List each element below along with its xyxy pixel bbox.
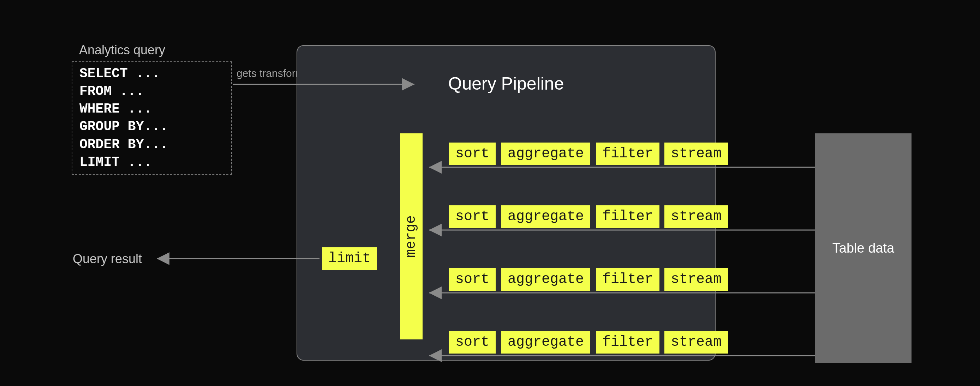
table-data-block: Table data (815, 133, 912, 363)
op-limit: limit (322, 247, 377, 270)
op-sort-0: sort (449, 143, 496, 165)
op-filter-0: filter (596, 143, 659, 165)
op-filter-1: filter (596, 205, 659, 228)
analytics-query-code: SELECT ... FROM ... WHERE ... GROUP BY..… (80, 65, 224, 171)
op-stream-3: stream (664, 331, 728, 354)
op-filter-3: filter (596, 331, 659, 354)
query-pipeline-title: Query Pipeline (297, 73, 715, 94)
op-aggregate-1: aggregate (501, 205, 590, 228)
op-filter-2: filter (596, 268, 659, 291)
op-sort-1: sort (449, 205, 496, 228)
op-sort-3: sort (449, 331, 496, 354)
table-data-label: Table data (832, 241, 894, 256)
op-merge: merge (400, 133, 423, 340)
query-result-label: Query result (73, 251, 142, 266)
op-aggregate-0: aggregate (501, 143, 590, 165)
op-sort-2: sort (449, 268, 496, 291)
analytics-query-box: SELECT ... FROM ... WHERE ... GROUP BY..… (72, 61, 232, 175)
op-aggregate-2: aggregate (501, 268, 590, 291)
query-pipeline-panel: Query Pipeline (296, 45, 716, 361)
analytics-query-title: Analytics query (79, 42, 165, 57)
op-stream-1: stream (664, 205, 728, 228)
diagram-stage: Analytics query SELECT ... FROM ... WHER… (0, 0, 980, 386)
op-aggregate-3: aggregate (501, 331, 590, 354)
op-stream-2: stream (664, 268, 728, 291)
op-stream-0: stream (664, 143, 728, 165)
